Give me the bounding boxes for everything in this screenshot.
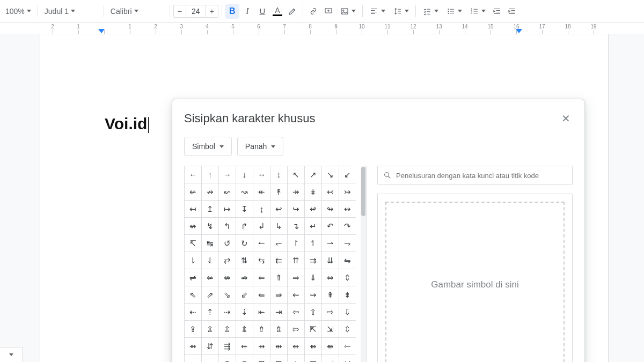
character-cell[interactable]: ⇰ [287, 320, 304, 337]
character-cell[interactable]: ⊖ [236, 354, 253, 362]
character-cell[interactable]: ⇷ [236, 337, 253, 354]
character-cell[interactable]: ↢ [321, 183, 339, 200]
character-cell[interactable]: ⊹ [287, 354, 304, 362]
character-cell[interactable]: ⊕ [218, 354, 236, 362]
character-cell[interactable]: ↷ [339, 217, 356, 234]
character-cell[interactable]: ⇃ [201, 252, 218, 269]
character-cell[interactable]: ⇞ [321, 286, 339, 303]
character-cell[interactable]: ↩ [270, 200, 287, 217]
character-cell[interactable]: ⇫ [201, 320, 218, 337]
insert-comment-button[interactable] [321, 4, 335, 19]
character-cell[interactable]: ⇿ [201, 354, 218, 362]
indent-decrease-button[interactable] [490, 4, 504, 19]
character-cell[interactable]: ⇀ [321, 234, 339, 252]
character-cell[interactable]: ⇎ [218, 269, 236, 286]
insert-link-button[interactable] [306, 4, 320, 19]
character-cell[interactable]: ⇙ [236, 286, 253, 303]
character-cell[interactable]: ⇏ [236, 269, 253, 286]
character-cell[interactable]: ⊞ [253, 354, 270, 362]
character-cell[interactable]: ⇗ [201, 286, 218, 303]
character-cell[interactable]: ↮ [184, 217, 201, 234]
character-cell[interactable]: ↛ [201, 183, 218, 200]
character-cell[interactable]: ⇄ [218, 252, 236, 269]
character-cell[interactable]: ↴ [287, 217, 304, 234]
character-cell[interactable]: ⇬ [218, 320, 236, 337]
character-cell[interactable]: ↑ [201, 166, 218, 183]
character-cell[interactable]: ⇵ [201, 337, 218, 354]
close-button[interactable]: ✕ [559, 110, 573, 127]
character-cell[interactable]: ⊟ [270, 354, 287, 362]
character-cell[interactable]: ⇳ [339, 320, 356, 337]
character-cell[interactable]: ↪ [287, 200, 304, 217]
character-cell[interactable]: ⇹ [270, 337, 287, 354]
character-cell[interactable]: ↭ [339, 200, 356, 217]
numbered-list-button[interactable]: 123 [466, 4, 489, 19]
insert-image-button[interactable] [336, 4, 359, 19]
character-cell[interactable]: ↓ [236, 166, 253, 183]
character-cell[interactable]: ↾ [287, 234, 304, 252]
character-cell[interactable]: ⇌ [184, 269, 201, 286]
text-color-button[interactable]: A [270, 4, 284, 19]
character-cell[interactable]: ⇼ [321, 337, 339, 354]
character-cell[interactable]: ↶ [321, 217, 339, 234]
character-cell[interactable]: ↚ [184, 183, 201, 200]
character-cell[interactable]: ⇑ [270, 269, 287, 286]
character-cell[interactable]: ⇟ [339, 286, 356, 303]
character-cell[interactable]: ⇓ [304, 269, 321, 286]
character-cell[interactable]: ↞ [253, 183, 270, 200]
font-size-increase-button[interactable]: + [206, 5, 218, 18]
character-cell[interactable]: ↗ [304, 166, 321, 183]
character-cell[interactable]: ⇾ [184, 354, 201, 362]
character-cell[interactable]: ↰ [218, 217, 236, 234]
character-cell[interactable]: ↿ [304, 234, 321, 252]
character-cell[interactable]: ⇖ [184, 286, 201, 303]
line-spacing-button[interactable] [390, 4, 412, 19]
character-cell[interactable]: ⇁ [339, 234, 356, 252]
character-cell[interactable]: ⇸ [253, 337, 270, 354]
character-cell[interactable]: ⇋ [339, 252, 356, 269]
indent-increase-button[interactable] [505, 4, 519, 19]
character-cell[interactable]: ⇛ [270, 286, 287, 303]
scrollbar-thumb[interactable] [361, 167, 365, 216]
heading-text[interactable]: Voi.id [105, 115, 149, 133]
character-cell[interactable]: ⇻ [304, 337, 321, 354]
character-cell[interactable]: ⇅ [236, 252, 253, 269]
character-cell[interactable]: ↡ [304, 183, 321, 200]
character-cell[interactable]: ⇘ [218, 286, 236, 303]
character-cell[interactable]: ⇶ [218, 337, 236, 354]
character-cell[interactable]: ↵ [304, 217, 321, 234]
right-indent-marker[interactable] [516, 29, 522, 33]
character-cell[interactable]: ↙ [339, 166, 356, 183]
character-cell[interactable]: ⇕ [339, 269, 356, 286]
bold-button[interactable]: B [225, 4, 239, 19]
character-cell[interactable]: ↺ [218, 234, 236, 252]
highlight-color-button[interactable] [286, 4, 299, 19]
character-cell[interactable]: ← [184, 166, 201, 183]
character-cell[interactable]: ↬ [321, 200, 339, 217]
grid-scrollbar[interactable] [361, 166, 366, 362]
character-cell[interactable]: ↜ [218, 183, 236, 200]
character-cell[interactable]: ↘ [321, 166, 339, 183]
align-button[interactable] [366, 4, 389, 19]
character-cell[interactable]: ⇤ [253, 303, 270, 320]
character-cell[interactable]: ⇜ [287, 286, 304, 303]
left-indent-marker[interactable] [98, 29, 105, 33]
character-cell[interactable]: ⇲ [321, 320, 339, 337]
character-cell[interactable]: ⇥ [270, 303, 287, 320]
character-cell[interactable]: ⊣ [321, 354, 339, 362]
character-cell[interactable]: ⇐ [253, 269, 270, 286]
character-cell[interactable]: ⇡ [201, 303, 218, 320]
font-size-input[interactable] [186, 5, 206, 18]
horizontal-ruler[interactable]: 2112345678910111213141516171819 [0, 23, 644, 34]
character-cell[interactable]: ↹ [201, 234, 218, 252]
category-dropdown[interactable]: Simbol [184, 137, 232, 156]
character-cell[interactable]: → [218, 166, 236, 183]
character-cell[interactable]: ↦ [218, 200, 236, 217]
draw-symbol-area[interactable]: Gambar simbol di sini [377, 194, 573, 362]
character-cell[interactable]: ↳ [270, 217, 287, 234]
character-cell[interactable]: ↤ [184, 200, 201, 217]
character-cell[interactable]: ⊔ [339, 354, 356, 362]
character-cell[interactable]: ⇨ [321, 303, 339, 320]
underline-button[interactable]: U [255, 4, 269, 19]
search-field[interactable] [377, 166, 573, 185]
